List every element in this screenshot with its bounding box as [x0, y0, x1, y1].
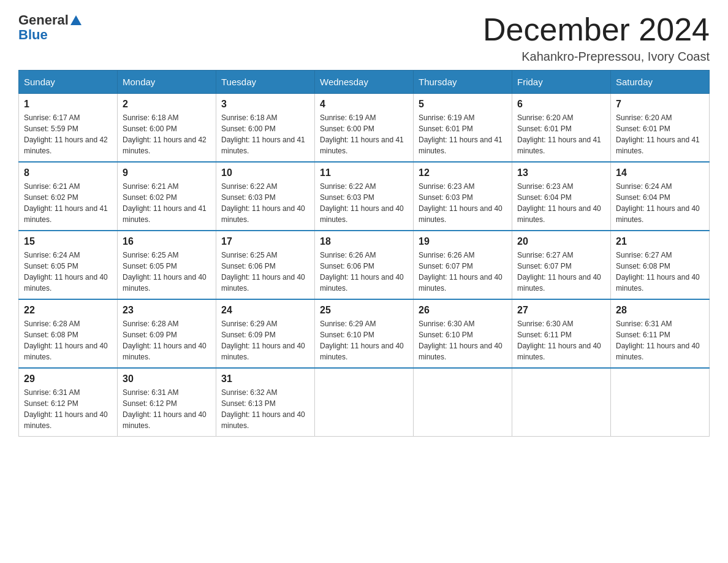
day-info: Sunrise: 6:26 AM Sunset: 6:07 PM Dayligh…	[419, 250, 507, 294]
calendar-header: SundayMondayTuesdayWednesdayThursdayFrid…	[19, 71, 710, 94]
day-info: Sunrise: 6:26 AM Sunset: 6:06 PM Dayligh…	[320, 250, 408, 294]
day-number: 28	[616, 305, 704, 316]
day-number: 31	[221, 373, 309, 385]
calendar-cell: 25 Sunrise: 6:29 AM Sunset: 6:10 PM Dayl…	[315, 299, 414, 368]
day-number: 26	[419, 305, 507, 316]
day-info: Sunrise: 6:21 AM Sunset: 6:02 PM Dayligh…	[24, 181, 112, 225]
day-info: Sunrise: 6:20 AM Sunset: 6:01 PM Dayligh…	[616, 112, 704, 156]
day-info: Sunrise: 6:30 AM Sunset: 6:11 PM Dayligh…	[517, 318, 605, 362]
logo: General Blue	[18, 12, 82, 43]
calendar-cell: 10 Sunrise: 6:22 AM Sunset: 6:03 PM Dayl…	[216, 162, 315, 231]
calendar-cell: 12 Sunrise: 6:23 AM Sunset: 6:03 PM Dayl…	[414, 162, 512, 231]
day-info: Sunrise: 6:24 AM Sunset: 6:04 PM Dayligh…	[616, 181, 704, 225]
day-info: Sunrise: 6:27 AM Sunset: 6:07 PM Dayligh…	[517, 250, 605, 294]
calendar-week-row: 15 Sunrise: 6:24 AM Sunset: 6:05 PM Dayl…	[19, 231, 710, 299]
calendar-cell: 1 Sunrise: 6:17 AM Sunset: 5:59 PM Dayli…	[19, 94, 118, 163]
calendar-cell: 29 Sunrise: 6:31 AM Sunset: 6:12 PM Dayl…	[19, 368, 118, 437]
location-subtitle: Kahankro-Prepressou, Ivory Coast	[483, 50, 710, 64]
day-number: 21	[616, 236, 704, 247]
calendar-cell: 15 Sunrise: 6:24 AM Sunset: 6:05 PM Dayl…	[19, 231, 118, 299]
column-header-thursday: Thursday	[414, 71, 512, 94]
day-number: 2	[123, 99, 211, 110]
day-number: 18	[320, 236, 408, 247]
calendar-cell: 11 Sunrise: 6:22 AM Sunset: 6:03 PM Dayl…	[315, 162, 414, 231]
day-number: 3	[221, 99, 309, 110]
column-header-monday: Monday	[118, 71, 216, 94]
calendar-cell	[512, 368, 611, 437]
day-number: 22	[24, 305, 112, 316]
day-info: Sunrise: 6:23 AM Sunset: 6:04 PM Dayligh…	[517, 181, 605, 225]
page-header: General Blue December 2024 Kahankro-Prep…	[18, 12, 710, 64]
calendar-cell: 18 Sunrise: 6:26 AM Sunset: 6:06 PM Dayl…	[315, 231, 414, 299]
day-info: Sunrise: 6:32 AM Sunset: 6:13 PM Dayligh…	[221, 387, 309, 431]
day-number: 6	[517, 99, 605, 110]
logo-blue-text: Blue	[18, 27, 48, 43]
calendar-cell: 8 Sunrise: 6:21 AM Sunset: 6:02 PM Dayli…	[19, 162, 118, 231]
day-info: Sunrise: 6:17 AM Sunset: 5:59 PM Dayligh…	[24, 112, 112, 156]
header-row: SundayMondayTuesdayWednesdayThursdayFrid…	[19, 71, 710, 94]
day-number: 27	[517, 305, 605, 316]
calendar-week-row: 1 Sunrise: 6:17 AM Sunset: 5:59 PM Dayli…	[19, 94, 710, 163]
calendar-body: 1 Sunrise: 6:17 AM Sunset: 5:59 PM Dayli…	[19, 94, 710, 437]
day-info: Sunrise: 6:23 AM Sunset: 6:03 PM Dayligh…	[419, 181, 507, 225]
day-number: 4	[320, 99, 408, 110]
calendar-cell: 20 Sunrise: 6:27 AM Sunset: 6:07 PM Dayl…	[512, 231, 611, 299]
day-info: Sunrise: 6:19 AM Sunset: 6:01 PM Dayligh…	[419, 112, 507, 156]
day-info: Sunrise: 6:20 AM Sunset: 6:01 PM Dayligh…	[517, 112, 605, 156]
calendar-week-row: 22 Sunrise: 6:28 AM Sunset: 6:08 PM Dayl…	[19, 299, 710, 368]
day-number: 5	[419, 99, 507, 110]
day-number: 17	[221, 236, 309, 247]
day-number: 30	[123, 373, 211, 385]
calendar-cell: 3 Sunrise: 6:18 AM Sunset: 6:00 PM Dayli…	[216, 94, 315, 163]
title-block: December 2024 Kahankro-Prepressou, Ivory…	[483, 12, 710, 64]
day-info: Sunrise: 6:28 AM Sunset: 6:08 PM Dayligh…	[24, 318, 112, 362]
day-number: 7	[616, 99, 704, 110]
calendar-cell: 14 Sunrise: 6:24 AM Sunset: 6:04 PM Dayl…	[611, 162, 710, 231]
day-info: Sunrise: 6:27 AM Sunset: 6:08 PM Dayligh…	[616, 250, 704, 294]
calendar-cell: 31 Sunrise: 6:32 AM Sunset: 6:13 PM Dayl…	[216, 368, 315, 437]
day-number: 9	[123, 167, 211, 178]
calendar-cell: 23 Sunrise: 6:28 AM Sunset: 6:09 PM Dayl…	[118, 299, 216, 368]
day-info: Sunrise: 6:22 AM Sunset: 6:03 PM Dayligh…	[320, 181, 408, 225]
column-header-saturday: Saturday	[611, 71, 710, 94]
day-number: 11	[320, 167, 408, 178]
calendar-cell: 26 Sunrise: 6:30 AM Sunset: 6:10 PM Dayl…	[414, 299, 512, 368]
day-number: 24	[221, 305, 309, 316]
day-info: Sunrise: 6:30 AM Sunset: 6:10 PM Dayligh…	[419, 318, 507, 362]
column-header-friday: Friday	[512, 71, 611, 94]
calendar-cell	[414, 368, 512, 437]
calendar-cell: 5 Sunrise: 6:19 AM Sunset: 6:01 PM Dayli…	[414, 94, 512, 163]
day-info: Sunrise: 6:21 AM Sunset: 6:02 PM Dayligh…	[123, 181, 211, 225]
day-number: 1	[24, 99, 112, 110]
calendar-cell: 21 Sunrise: 6:27 AM Sunset: 6:08 PM Dayl…	[611, 231, 710, 299]
day-info: Sunrise: 6:22 AM Sunset: 6:03 PM Dayligh…	[221, 181, 309, 225]
calendar-week-row: 8 Sunrise: 6:21 AM Sunset: 6:02 PM Dayli…	[19, 162, 710, 231]
calendar-table: SundayMondayTuesdayWednesdayThursdayFrid…	[18, 70, 710, 437]
day-number: 23	[123, 305, 211, 316]
day-number: 29	[24, 373, 112, 385]
day-info: Sunrise: 6:28 AM Sunset: 6:09 PM Dayligh…	[123, 318, 211, 362]
day-number: 10	[221, 167, 309, 178]
day-info: Sunrise: 6:25 AM Sunset: 6:06 PM Dayligh…	[221, 250, 309, 294]
day-info: Sunrise: 6:18 AM Sunset: 6:00 PM Dayligh…	[123, 112, 211, 156]
calendar-cell: 4 Sunrise: 6:19 AM Sunset: 6:00 PM Dayli…	[315, 94, 414, 163]
column-header-wednesday: Wednesday	[315, 71, 414, 94]
day-number: 16	[123, 236, 211, 247]
calendar-cell: 30 Sunrise: 6:31 AM Sunset: 6:12 PM Dayl…	[118, 368, 216, 437]
calendar-cell: 16 Sunrise: 6:25 AM Sunset: 6:05 PM Dayl…	[118, 231, 216, 299]
calendar-cell	[611, 368, 710, 437]
day-info: Sunrise: 6:29 AM Sunset: 6:09 PM Dayligh…	[221, 318, 309, 362]
day-number: 14	[616, 167, 704, 178]
calendar-cell: 22 Sunrise: 6:28 AM Sunset: 6:08 PM Dayl…	[19, 299, 118, 368]
day-info: Sunrise: 6:25 AM Sunset: 6:05 PM Dayligh…	[123, 250, 211, 294]
calendar-cell	[315, 368, 414, 437]
day-info: Sunrise: 6:19 AM Sunset: 6:00 PM Dayligh…	[320, 112, 408, 156]
calendar-cell: 17 Sunrise: 6:25 AM Sunset: 6:06 PM Dayl…	[216, 231, 315, 299]
day-number: 19	[419, 236, 507, 247]
calendar-cell: 2 Sunrise: 6:18 AM Sunset: 6:00 PM Dayli…	[118, 94, 216, 163]
calendar-cell: 19 Sunrise: 6:26 AM Sunset: 6:07 PM Dayl…	[414, 231, 512, 299]
calendar-cell: 7 Sunrise: 6:20 AM Sunset: 6:01 PM Dayli…	[611, 94, 710, 163]
day-info: Sunrise: 6:31 AM Sunset: 6:11 PM Dayligh…	[616, 318, 704, 362]
calendar-cell: 27 Sunrise: 6:30 AM Sunset: 6:11 PM Dayl…	[512, 299, 611, 368]
calendar-cell: 28 Sunrise: 6:31 AM Sunset: 6:11 PM Dayl…	[611, 299, 710, 368]
